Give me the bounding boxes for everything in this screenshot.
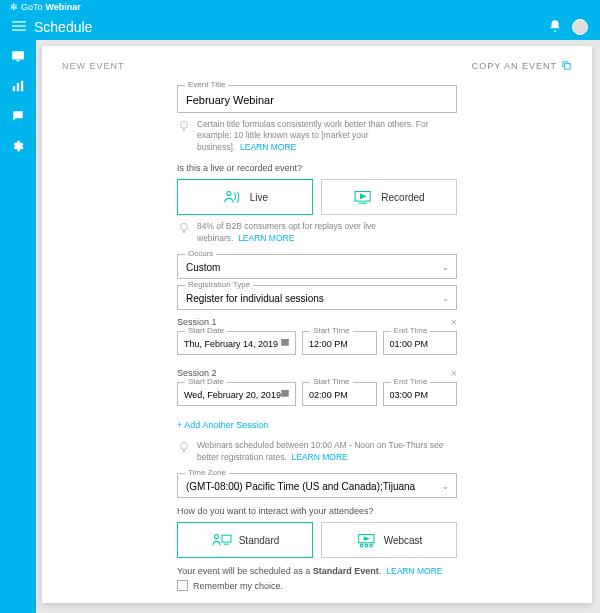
hamburger-icon[interactable] [12,19,26,35]
learn-more-link[interactable]: LEARN MORE [240,142,296,152]
learn-more-link[interactable]: LEARN MORE [292,452,348,462]
body: NEW EVENT COPY AN EVENT Event Title Cert… [0,40,600,613]
webcast-option[interactable]: Webcast [321,522,457,558]
svg-rect-3 [12,51,24,59]
interact-choice: Standard Webcast [177,522,457,558]
event-title-field: Event Title [177,85,457,113]
bell-icon[interactable] [548,19,562,35]
app-root: ✻ GoToWebinar Schedule NE [0,0,600,613]
add-session-link[interactable]: + Add Another Session [177,420,268,430]
replay-tip: 84% of B2B consumers opt for replays ove… [177,221,457,244]
brand-product: Webinar [46,2,81,12]
event-title-label: Event Title [185,80,228,89]
timezone-field: Time Zone ⌄ [177,473,457,498]
live-recorded-choice: Live Recorded [177,179,457,215]
schedule-form: Event Title Certain title formulas consi… [177,85,457,603]
session-2-date-label: Start Date [185,377,227,386]
remember-checkbox[interactable] [177,580,188,591]
session-1-start-label: Start Time [310,326,352,335]
svg-rect-6 [17,83,19,91]
event-title-input[interactable] [177,85,457,113]
svg-rect-7 [21,81,23,92]
svg-point-24 [369,544,372,547]
schedule-tip: Webinars scheduled between 10:00 AM - No… [177,440,457,463]
svg-rect-1 [12,25,26,26]
copy-icon [561,60,572,71]
occurs-label: Occurs [185,249,216,258]
svg-rect-15 [281,339,289,341]
copy-event-label: COPY AN EVENT [472,61,557,71]
svg-point-23 [365,544,368,547]
title-tip-text: Certain title formulas consistently work… [197,119,428,152]
svg-rect-0 [12,21,26,22]
remember-label: Remember my choice. [193,581,283,591]
session-2-remove[interactable]: × [451,367,457,379]
timezone-label: Time Zone [185,468,229,477]
standard-label: Standard [239,535,280,546]
learn-more-link[interactable]: LEARN MORE [238,233,294,243]
session-2-row: Start Date Start Time End Time [177,382,457,412]
content-area: NEW EVENT COPY AN EVENT Event Title Cert… [36,40,600,613]
session-1-row: Start Date Start Time End Time [177,331,457,361]
user-avatar[interactable] [572,19,588,35]
svg-point-10 [181,121,188,128]
new-event-label: NEW EVENT [62,61,125,71]
title-tip: Certain title formulas consistently work… [177,119,457,153]
registration-type-label: Registration Type [185,280,253,289]
lightbulb-icon [177,440,191,457]
svg-rect-9 [565,64,571,69]
webcast-label: Webcast [384,535,423,546]
session-1-date-label: Start Date [185,326,227,335]
session-2-end-label: End Time [391,377,431,386]
recorded-icon [353,187,375,207]
standard-icon [211,530,233,550]
sidebar [0,40,36,613]
live-option[interactable]: Live [177,179,313,215]
svg-rect-4 [16,60,20,61]
top-brand-bar: ✻ GoToWebinar [0,0,600,14]
sidebar-item-chat[interactable] [10,108,26,124]
svg-point-22 [360,544,363,547]
interact-question: How do you want to interact with your at… [177,506,457,516]
svg-rect-20 [222,535,231,542]
session-1-end-label: End Time [391,326,431,335]
standard-option[interactable]: Standard [177,522,313,558]
svg-point-11 [227,192,231,196]
copy-event-button[interactable]: COPY AN EVENT [472,60,572,71]
lightbulb-icon [177,119,191,136]
webcast-icon [356,530,378,550]
sidebar-item-settings[interactable] [10,138,26,154]
registration-type-field: Registration Type ⌄ [177,285,457,310]
occurs-field: Occurs ⌄ [177,254,457,279]
person-live-icon [222,187,244,207]
svg-rect-2 [12,30,26,31]
calendar-icon[interactable] [280,337,290,349]
sidebar-item-analytics[interactable] [10,78,26,94]
event-footnote: Your event will be scheduled as a Standa… [177,566,457,576]
live-recorded-question: Is this a live or recorded event? [177,163,457,173]
lightbulb-icon [177,221,191,238]
page-header: Schedule [0,14,600,40]
brand-company: GoTo [21,2,43,12]
page-title: Schedule [34,19,92,35]
live-label: Live [250,192,268,203]
remember-choice-row: Remember my choice. [177,580,457,591]
sidebar-item-monitor[interactable] [10,48,26,64]
recorded-option[interactable]: Recorded [321,179,457,215]
svg-point-19 [214,535,218,539]
svg-point-18 [181,443,188,450]
learn-more-link[interactable]: LEARN MORE [386,566,442,576]
footnote-prefix: Your event will be scheduled as a [177,566,313,576]
calendar-icon[interactable] [280,388,290,400]
session-2-start-label: Start Time [310,377,352,386]
occurs-select[interactable] [177,254,457,279]
session-1-remove[interactable]: × [451,316,457,328]
schedule-card: NEW EVENT COPY AN EVENT Event Title Cert… [42,46,592,603]
logo-icon: ✻ [10,2,18,12]
svg-point-13 [181,224,188,231]
recorded-label: Recorded [381,192,424,203]
footnote-bold: Standard Event [313,566,379,576]
svg-rect-17 [281,390,289,392]
brand-logo: ✻ GoToWebinar [10,2,81,12]
svg-rect-5 [13,86,15,91]
